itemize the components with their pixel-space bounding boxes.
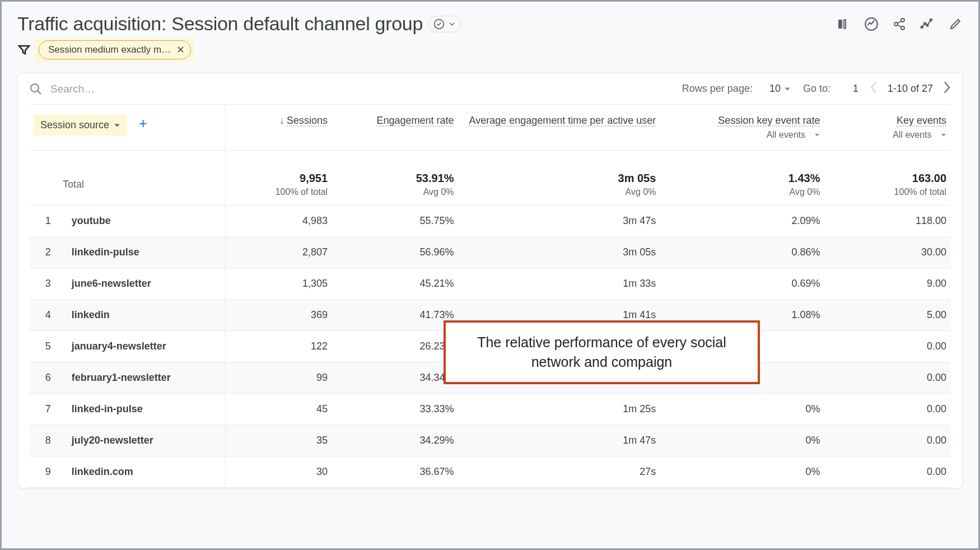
table-row[interactable]: 1youtube4,98355.75%3m 47s2.09%118.00	[29, 206, 951, 237]
row-dimension[interactable]: linked-in-pulse	[67, 394, 244, 425]
goto-label: Go to:	[803, 83, 830, 95]
row-index: 6	[29, 362, 67, 394]
column-header-avg-engagement-time[interactable]: Average engagement time per active user	[459, 105, 661, 151]
svg-point-4	[901, 18, 904, 22]
add-dimension-button[interactable]: +	[139, 115, 147, 132]
filter-chip[interactable]: Session medium exactly m… ✕	[39, 40, 191, 59]
row-index: 4	[29, 300, 67, 331]
cell-key-event-rate: 2.09%	[660, 206, 824, 237]
cell-key-events: 30.00	[824, 237, 951, 268]
page-title: Traffic acquisition: Session default cha…	[17, 13, 423, 35]
cell-sessions: 2,807	[244, 237, 332, 268]
column-header-key-events[interactable]: Key events All events	[824, 105, 951, 151]
cell-key-events: 5.00	[824, 300, 951, 331]
cell-key-events: 0.00	[824, 394, 951, 425]
cell-engagement-rate: 45.21%	[332, 268, 458, 300]
svg-point-6	[901, 26, 904, 30]
cell-key-events: 118.00	[824, 206, 951, 237]
svg-point-9	[926, 24, 928, 26]
key-events-filter[interactable]: All events	[893, 130, 946, 140]
table-row[interactable]: 8july20-newsletter3534.29%1m 47s0%0.00	[29, 425, 951, 456]
cell-sessions: 369	[244, 300, 332, 331]
cell-key-event-rate	[660, 331, 824, 362]
column-header-sessions[interactable]: ↓Sessions	[244, 105, 332, 151]
compare-icon[interactable]	[836, 17, 851, 31]
cell-avg-time: 1m 25s	[459, 394, 661, 425]
cell-engagement-rate: 36.67%	[332, 456, 458, 488]
svg-point-10	[930, 18, 932, 20]
column-header-key-event-rate[interactable]: Session key event rate All events	[660, 105, 824, 151]
cell-avg-time: 3m 05s	[459, 237, 661, 268]
cell-key-event-rate: 0.69%	[660, 268, 824, 300]
column-header-engagement-rate[interactable]: Engagement rate	[332, 105, 458, 151]
cell-key-events: 0.00	[824, 425, 951, 456]
cell-avg-time	[459, 362, 661, 394]
dropdown-caret-icon	[449, 21, 455, 27]
svg-rect-2	[844, 20, 846, 29]
dimension-selector[interactable]: Session source	[34, 115, 127, 136]
row-dimension[interactable]: february1-newsletter	[67, 362, 244, 394]
cell-sessions: 1,305	[244, 268, 332, 300]
table-row[interactable]: 6february1-newsletter9934.34%0.00	[29, 362, 951, 394]
search-icon	[29, 82, 43, 96]
page-range: 1-10 of 27	[888, 83, 933, 95]
row-dimension[interactable]: january4-newsletter	[67, 331, 244, 362]
totals-row: Total 9,951100% of total 53.91%Avg 0% 3m…	[29, 151, 951, 206]
share-icon[interactable]	[892, 17, 907, 31]
cell-key-events: 0.00	[824, 362, 951, 394]
title-status-chip[interactable]	[428, 16, 461, 32]
svg-point-8	[924, 22, 926, 24]
cell-key-event-rate: 1.08%	[660, 300, 824, 331]
cell-key-events: 9.00	[824, 268, 951, 300]
next-page-button[interactable]	[943, 81, 951, 96]
close-icon[interactable]: ✕	[176, 45, 185, 55]
cell-engagement-rate: 55.75%	[332, 206, 458, 237]
cell-key-event-rate: 0%	[660, 425, 824, 456]
key-event-rate-filter[interactable]: All events	[767, 130, 820, 140]
filter-icon[interactable]	[17, 43, 31, 57]
rows-per-page-select[interactable]: 10	[765, 83, 791, 95]
row-dimension[interactable]: linkedin	[67, 300, 244, 331]
column-divider	[225, 105, 226, 488]
edit-icon[interactable]	[948, 17, 963, 31]
table-row[interactable]: 7linked-in-pulse4533.33%1m 25s0%0.00	[29, 394, 951, 425]
row-index: 9	[29, 456, 67, 488]
cell-engagement-rate: 34.34%	[332, 362, 458, 394]
table-row[interactable]: 5january4-newsletter12226.23%0.00	[29, 331, 951, 362]
rows-per-page-label: Rows per page:	[682, 83, 753, 95]
cell-key-event-rate: 0%	[660, 456, 824, 488]
cell-avg-time: 1m 41s	[459, 300, 661, 331]
prev-page-button[interactable]	[870, 81, 878, 96]
cell-key-event-rate: 0%	[660, 394, 824, 425]
cell-avg-time: 3m 47s	[459, 206, 661, 237]
trend-icon[interactable]	[920, 17, 935, 31]
row-index: 2	[29, 237, 67, 268]
table-row[interactable]: 9linkedin.com3036.67%27s0%0.00	[29, 456, 951, 488]
cell-key-events: 0.00	[824, 331, 951, 362]
dropdown-caret-icon	[114, 122, 120, 129]
row-dimension[interactable]: linkedin-pulse	[67, 237, 244, 268]
cell-engagement-rate: 41.73%	[332, 300, 458, 331]
cell-sessions: 122	[244, 331, 332, 362]
table-row[interactable]: 4linkedin36941.73%1m 41s1.08%5.00	[29, 300, 951, 331]
sort-desc-icon: ↓	[279, 115, 284, 126]
row-dimension[interactable]: july20-newsletter	[67, 425, 244, 456]
cell-avg-time: 27s	[459, 456, 661, 488]
row-dimension[interactable]: linkedin.com	[67, 456, 244, 488]
cell-sessions: 4,983	[244, 206, 332, 237]
insights-icon[interactable]	[864, 17, 879, 31]
table-row[interactable]: 2linkedin-pulse2,80756.96%3m 05s0.86%30.…	[29, 237, 951, 268]
cell-sessions: 35	[244, 425, 332, 456]
table-row[interactable]: 3june6-newsletter1,30545.21%1m 33s0.69%9…	[29, 268, 951, 300]
search-input[interactable]	[49, 82, 195, 96]
row-dimension[interactable]: youtube	[67, 206, 244, 237]
check-circle-icon	[433, 18, 445, 30]
row-index: 3	[29, 268, 67, 300]
cell-avg-time: 1m 47s	[459, 425, 661, 456]
goto-value[interactable]: 1	[843, 83, 858, 95]
cell-engagement-rate: 26.23%	[332, 331, 458, 362]
svg-point-7	[921, 26, 923, 27]
cell-key-events: 0.00	[824, 456, 951, 488]
svg-point-11	[31, 84, 39, 92]
row-dimension[interactable]: june6-newsletter	[67, 268, 244, 300]
